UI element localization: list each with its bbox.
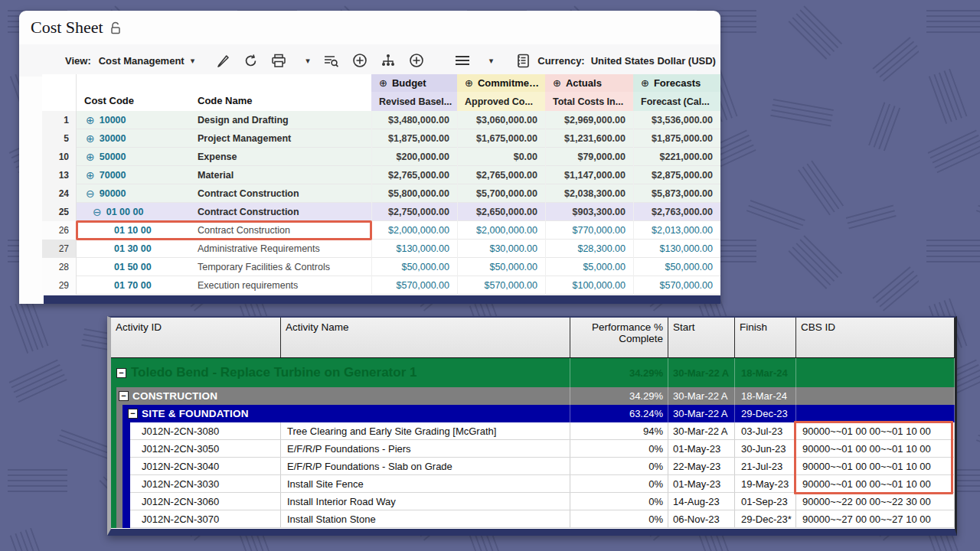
row-number: 1 <box>42 111 77 129</box>
expand-group-icon[interactable]: ⊕ <box>553 77 561 89</box>
expand-group-icon[interactable]: ⊕ <box>465 77 473 89</box>
activity-row[interactable]: J012N-2CN-3080 Tree Clearing and Early S… <box>111 422 955 440</box>
column-header-finish[interactable]: Finish <box>735 318 796 357</box>
menu-icon[interactable] <box>455 54 470 67</box>
subcolumn-header-forecast[interactable]: Forecast (Cal... <box>633 92 720 111</box>
add-row-icon[interactable] <box>352 53 368 68</box>
currency-value: United States Dollar (USD) <box>591 55 716 67</box>
activity-start: 06-Nov-23 <box>668 510 735 527</box>
row-number: 25 <box>42 203 77 221</box>
commitments-value: $30,000.00 <box>457 240 545 258</box>
collapse-icon[interactable]: − <box>119 391 129 401</box>
project-hierarchy-band <box>111 387 116 528</box>
activity-finish: 01-Sep-23 <box>735 493 796 510</box>
column-header-start[interactable]: Start <box>668 318 735 357</box>
cost-code-link[interactable]: 10000 <box>100 115 126 126</box>
refresh-icon[interactable] <box>243 54 258 68</box>
activity-row[interactable]: J012N-2CN-3040 E/F/R/P Foundations - Sla… <box>111 458 955 475</box>
cost-sheet-toolbar: View: Cost Management ▾ ▾ <box>19 44 720 77</box>
activity-start: 01-May-23 <box>668 475 735 492</box>
table-row[interactable]: 13 ⊕70000 Material $2,765,000.00 $2,765,… <box>42 166 720 184</box>
column-header-cbs-id[interactable]: CBS ID <box>796 318 955 357</box>
menu-caret-icon[interactable]: ▾ <box>489 56 494 66</box>
collapse-icon[interactable]: ⊖ <box>86 187 95 200</box>
group-header-forecasts[interactable]: ⊕ Forecasts <box>633 74 720 92</box>
subcolumn-header-revised-baseline[interactable]: Revised Basel... <box>371 92 457 111</box>
row-number: 28 <box>42 258 77 276</box>
print-icon[interactable] <box>271 54 286 68</box>
chevron-down-icon[interactable]: ▾ <box>191 56 195 66</box>
cost-code-link[interactable]: 50000 <box>100 152 126 162</box>
group-header-commitments[interactable]: ⊕ Commitme… <box>457 74 545 92</box>
group-header-budget[interactable]: ⊕ Budget <box>371 74 457 92</box>
table-row[interactable]: 25 ⊖01 00 00 Contract Construction $2,75… <box>42 203 720 221</box>
row-number: 29 <box>42 276 77 295</box>
edit-pencil-icon[interactable] <box>216 54 230 68</box>
wbs-row-site-foundation[interactable]: − SITE & FOUNDATION 63.24% 30-Mar-22 A 2… <box>111 405 955 422</box>
subcolumn-header-approved-commitments[interactable]: Approved Co... <box>457 92 545 111</box>
commitments-value: $570,000.00 <box>457 276 545 295</box>
expand-icon[interactable]: ⊕ <box>86 151 95 163</box>
table-row[interactable]: 27 01 30 00 Administrative Requirements … <box>42 240 720 258</box>
project-row[interactable]: − Toledo Bend - Replace Turbine on Gener… <box>111 358 955 387</box>
actuals-value: $5,000.00 <box>545 258 633 276</box>
table-row[interactable]: 24 ⊖90000 Contract Construction $5,800,0… <box>42 184 720 203</box>
activity-row[interactable]: J012N-2CN-3030 Install Site Fence 0% 01-… <box>111 475 955 493</box>
activity-row[interactable]: J012N-2CN-3070 Install Station Stone 0% … <box>111 510 955 528</box>
cost-code-link[interactable]: 01 50 00 <box>114 262 152 272</box>
print-menu-caret-icon[interactable]: ▾ <box>305 56 310 66</box>
cost-code-link[interactable]: 30000 <box>100 133 126 144</box>
wbs-pct: 63.24% <box>570 405 668 422</box>
collapse-icon[interactable]: − <box>116 368 126 378</box>
table-row[interactable]: 10 ⊕50000 Expense $200,000.00 $0.00 $79,… <box>42 148 720 166</box>
budget-value: $200,000.00 <box>371 148 457 166</box>
cost-code-link[interactable]: 01 30 00 <box>114 243 152 254</box>
cost-code-link[interactable]: 70000 <box>100 170 126 181</box>
actuals-value: $28,300.00 <box>545 240 633 258</box>
column-header-code-name[interactable]: Code Name <box>190 74 371 111</box>
budget-value: $3,480,000.00 <box>371 111 457 129</box>
expand-group-icon[interactable]: ⊕ <box>641 77 649 89</box>
table-row-highlighted[interactable]: 26 01 10 00 Contract Construction $2,000… <box>42 221 720 240</box>
cost-code-link[interactable]: 01 10 00 <box>114 225 152 236</box>
budget-value: $2,000,000.00 <box>371 221 457 240</box>
activity-row[interactable]: J012N-2CN-3050 E/F/R/P Foundations - Pie… <box>111 440 955 458</box>
code-name: Administrative Requirements <box>190 243 371 254</box>
column-header-cost-code[interactable]: Cost Code <box>77 74 190 111</box>
budget-value: $1,875,000.00 <box>371 129 457 148</box>
subcolumn-header-total-costs[interactable]: Total Costs In... <box>545 92 633 111</box>
wbs-row-construction[interactable]: − CONSTRUCTION 34.29% 30-Mar-22 A 18-Mar… <box>111 387 955 405</box>
expand-icon[interactable]: ⊕ <box>86 132 95 145</box>
table-row[interactable]: 1 ⊕10000 Design and Drafting $3,480,000.… <box>42 111 720 129</box>
collapse-icon[interactable]: ⊖ <box>93 206 102 218</box>
activity-cbs-id: 90000~~01 00 00~~01 10 00 <box>796 440 955 457</box>
forecasts-value: $570,000.00 <box>633 276 720 295</box>
add-child-icon[interactable] <box>409 53 424 68</box>
filter-search-icon[interactable] <box>323 54 339 68</box>
table-row[interactable]: 5 ⊕30000 Project Management $1,875,000.0… <box>42 129 720 148</box>
group-label: Commitme… <box>478 77 539 89</box>
expand-icon[interactable]: ⊕ <box>86 114 95 126</box>
cost-code-link[interactable]: 01 00 00 <box>106 207 144 217</box>
collapse-icon[interactable]: − <box>128 409 138 419</box>
hierarchy-icon[interactable] <box>381 53 396 68</box>
wbs-start: 30-Mar-22 A <box>668 405 735 422</box>
column-header-performance[interactable]: Performance % Complete <box>570 318 668 357</box>
view-dropdown[interactable]: Cost Management <box>99 55 185 67</box>
expand-icon[interactable]: ⊕ <box>86 169 95 181</box>
activity-finish: 29-Dec-23* <box>735 510 796 527</box>
table-row[interactable]: 29 01 70 00 Execution requirements $570,… <box>42 276 720 295</box>
activity-pct: 0% <box>570 510 668 527</box>
expand-group-icon[interactable]: ⊕ <box>379 77 387 89</box>
actuals-value: $1,231,600.00 <box>545 129 633 148</box>
column-header-activity-id[interactable]: Activity ID <box>111 318 281 357</box>
table-row[interactable]: 28 01 50 00 Temporary Facilities & Contr… <box>42 258 720 276</box>
activity-row[interactable]: J012N-2CN-3060 Install Interior Road Way… <box>111 493 955 510</box>
cost-code-link[interactable]: 90000 <box>100 188 126 199</box>
group-header-actuals[interactable]: ⊕ Actuals <box>545 74 633 92</box>
column-header-activity-name[interactable]: Activity Name <box>281 318 570 357</box>
activity-id: J012N-2CN-3070 <box>111 510 281 527</box>
cost-code-link[interactable]: 01 70 00 <box>114 280 152 291</box>
actuals-value: $770,000.00 <box>545 221 633 240</box>
activity-pct: 0% <box>570 440 668 457</box>
